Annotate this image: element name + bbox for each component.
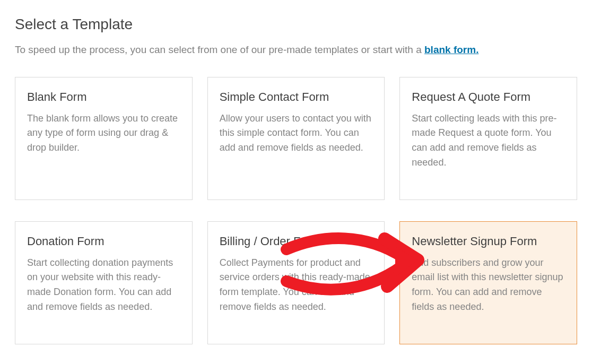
page-title: Select a Template	[15, 16, 577, 33]
card-desc: Collect Payments for product and service…	[220, 256, 373, 315]
blank-form-link[interactable]: blank form.	[424, 44, 478, 55]
card-desc: Allow your users to contact you with thi…	[220, 111, 373, 156]
template-card-billing-order-form[interactable]: Billing / Order Form Collect Payments fo…	[207, 221, 385, 344]
template-card-donation-form[interactable]: Donation Form Start collecting donation …	[15, 221, 193, 344]
card-desc: The blank form allows you to create any …	[27, 111, 180, 156]
template-card-newsletter-signup-form[interactable]: Newsletter Signup Form Add subscribers a…	[399, 221, 577, 344]
template-grid: Blank Form The blank form allows you to …	[15, 77, 577, 344]
card-desc: Start collecting leads with this pre-mad…	[412, 111, 565, 171]
card-desc: Add subscribers and grow your email list…	[412, 256, 565, 315]
card-title: Blank Form	[27, 90, 180, 104]
subtitle-text: To speed up the process, you can select …	[15, 44, 424, 55]
card-title: Simple Contact Form	[220, 90, 373, 104]
page-subtitle: To speed up the process, you can select …	[15, 42, 577, 58]
card-title: Billing / Order Form	[220, 235, 373, 248]
card-title: Newsletter Signup Form	[412, 235, 565, 248]
card-desc: Start collecting donation payments on yo…	[27, 256, 180, 315]
template-card-blank-form[interactable]: Blank Form The blank form allows you to …	[15, 77, 193, 200]
card-title: Donation Form	[27, 235, 180, 248]
template-card-request-quote-form[interactable]: Request A Quote Form Start collecting le…	[399, 77, 577, 200]
card-title: Request A Quote Form	[412, 90, 565, 104]
template-card-simple-contact-form[interactable]: Simple Contact Form Allow your users to …	[207, 77, 385, 200]
